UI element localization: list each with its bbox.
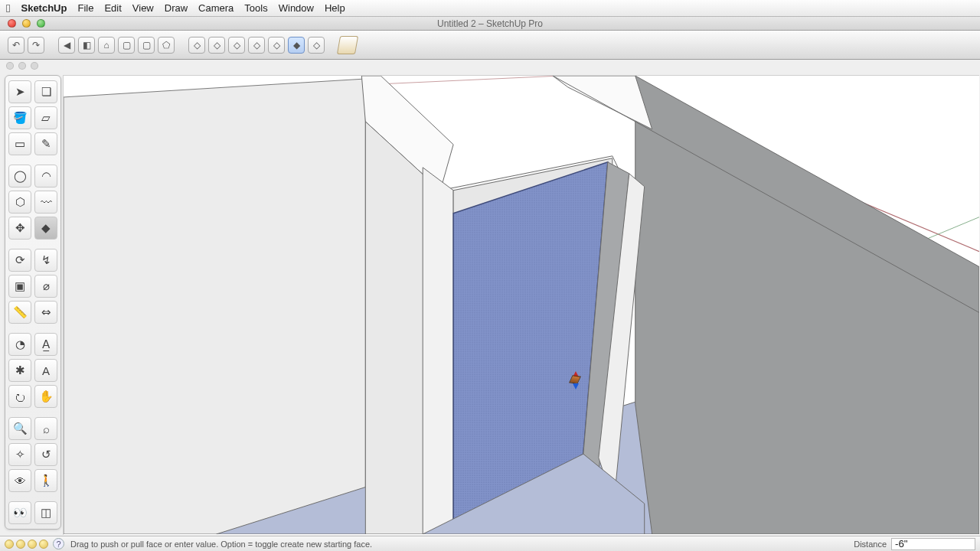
- app-toolbar: ↶ ↷ ◀ ◧ ⌂ ▢ ▢ ⬠ ◇ ◇ ◇ ◇ ◇ ◆ ◇: [0, 31, 980, 60]
- polygon-tool[interactable]: ⬡: [8, 191, 31, 214]
- measure-label: Distance: [854, 540, 891, 549]
- lookaround-tool[interactable]: 👀: [8, 501, 31, 524]
- tape-tool[interactable]: 📏: [8, 301, 31, 324]
- hiddenline-button[interactable]: ◇: [208, 37, 225, 54]
- previous-tool[interactable]: ↺: [34, 443, 57, 466]
- followme-tool[interactable]: ↯: [34, 249, 57, 272]
- menu-view[interactable]: View: [132, 2, 154, 14]
- model-viewport[interactable]: [63, 75, 979, 535]
- doc-traffic-lights: [6, 62, 38, 70]
- menu-draw[interactable]: Draw: [165, 2, 188, 14]
- position-camera-tool[interactable]: 👁: [8, 469, 31, 492]
- prev-view-button[interactable]: ◀: [58, 37, 75, 54]
- orbit-tool[interactable]: ⭮: [8, 385, 31, 408]
- eraser-tool[interactable]: ▱: [34, 106, 57, 129]
- dimension-tool[interactable]: ⇔: [34, 301, 57, 324]
- back-view-button[interactable]: ⬠: [158, 37, 175, 54]
- rotate-tool[interactable]: ⟳: [8, 249, 31, 272]
- app-menu[interactable]: SketchUp: [21, 2, 67, 14]
- wireframe-button[interactable]: ◇: [188, 37, 205, 54]
- xray-button[interactable]: ◇: [268, 37, 285, 54]
- toolbar-group-facestyle: ◇ ◇ ◇ ◇ ◇ ◆ ◇: [188, 37, 325, 54]
- front-view-button[interactable]: ▢: [118, 37, 135, 54]
- menu-edit[interactable]: Edit: [104, 2, 121, 14]
- paint-bucket-tool[interactable]: 🪣: [8, 106, 31, 129]
- pushpull-tool[interactable]: ◆: [34, 217, 57, 240]
- warehouse-button[interactable]: [337, 36, 358, 54]
- top-view-button[interactable]: ⌂: [98, 37, 115, 54]
- make-component-tool[interactable]: ❏: [34, 80, 57, 103]
- svg-marker-5: [635, 76, 979, 534]
- window-title: Untitled 2 – SketchUp Pro: [437, 18, 543, 29]
- freehand-tool[interactable]: 〰: [34, 191, 57, 214]
- menu-file[interactable]: File: [77, 2, 93, 14]
- status-indicator-dots: [0, 540, 53, 549]
- backedges-button[interactable]: ◇: [308, 37, 325, 54]
- iso-view-button[interactable]: ◧: [78, 37, 95, 54]
- line-tool[interactable]: ✎: [34, 132, 57, 155]
- document-area: ➤❏🪣▱▭✎◯◠⬡〰✥◆⟳↯▣⌀📏⇔◔A̲✱A⭮✋🔍⌕✧↺👁🚶👀◫: [0, 60, 980, 536]
- doc-close-button[interactable]: [6, 62, 14, 70]
- redo-button[interactable]: ↷: [28, 37, 44, 54]
- scene-geometry: [64, 76, 979, 534]
- toolbar-group-views: ◀ ◧ ⌂ ▢ ▢ ⬠: [58, 37, 175, 54]
- tool-palette[interactable]: ➤❏🪣▱▭✎◯◠⬡〰✥◆⟳↯▣⌀📏⇔◔A̲✱A⭮✋🔍⌕✧↺👁🚶👀◫: [5, 75, 61, 530]
- zoom-tool[interactable]: 🔍: [8, 417, 31, 440]
- circle-tool[interactable]: ◯: [8, 165, 31, 187]
- protractor-tool[interactable]: ◔: [8, 333, 31, 356]
- 3dtext-tool[interactable]: A: [34, 359, 57, 382]
- zoom-window-button[interactable]: [37, 19, 45, 28]
- scale-tool[interactable]: ▣: [8, 275, 31, 298]
- axes-tool[interactable]: ✱: [8, 359, 31, 382]
- section-tool[interactable]: ◫: [34, 501, 57, 524]
- pushpull-cursor-icon: [570, 376, 589, 394]
- toolbar-group-misc: [338, 36, 357, 54]
- svg-marker-3: [64, 79, 365, 534]
- measure-input[interactable]: [891, 538, 975, 550]
- rectangle-tool[interactable]: ▭: [8, 132, 31, 155]
- help-icon[interactable]: ?: [53, 538, 64, 549]
- menu-help[interactable]: Help: [325, 2, 345, 14]
- select-tool[interactable]: ➤: [8, 80, 31, 103]
- macos-menubar:  SketchUp File Edit View Draw Camera To…: [0, 0, 980, 17]
- apple-menu-icon[interactable]: : [6, 2, 10, 14]
- monochrome-button[interactable]: ◆: [288, 37, 305, 54]
- menu-window[interactable]: Window: [279, 2, 314, 14]
- toolbar-group-undo: ↶ ↷: [8, 37, 44, 54]
- undo-button[interactable]: ↶: [8, 37, 24, 54]
- shaded-tex-button[interactable]: ◇: [248, 37, 265, 54]
- text-tool[interactable]: A̲: [34, 333, 57, 356]
- offset-tool[interactable]: ⌀: [34, 275, 57, 298]
- shaded-button[interactable]: ◇: [228, 37, 245, 54]
- svg-marker-10: [423, 168, 453, 534]
- status-hint: Drag to push or pull face or enter value…: [70, 540, 372, 549]
- right-view-button[interactable]: ▢: [138, 37, 155, 54]
- minimize-window-button[interactable]: [22, 19, 31, 28]
- pan-tool[interactable]: ✋: [34, 385, 57, 408]
- window-titlebar: Untitled 2 – SketchUp Pro: [0, 17, 980, 31]
- zoom-window-tool[interactable]: ⌕: [34, 417, 57, 440]
- doc-min-button[interactable]: [18, 62, 26, 70]
- move-tool[interactable]: ✥: [8, 217, 31, 240]
- zoom-extents-tool[interactable]: ✧: [8, 443, 31, 466]
- status-bar: ? Drag to push or pull face or enter val…: [0, 536, 980, 551]
- close-window-button[interactable]: [8, 19, 16, 28]
- doc-zoom-button[interactable]: [31, 62, 38, 70]
- menu-tools[interactable]: Tools: [244, 2, 267, 14]
- walk-tool[interactable]: 🚶: [34, 469, 57, 492]
- menu-camera[interactable]: Camera: [198, 2, 234, 14]
- arc-tool[interactable]: ◠: [34, 165, 57, 187]
